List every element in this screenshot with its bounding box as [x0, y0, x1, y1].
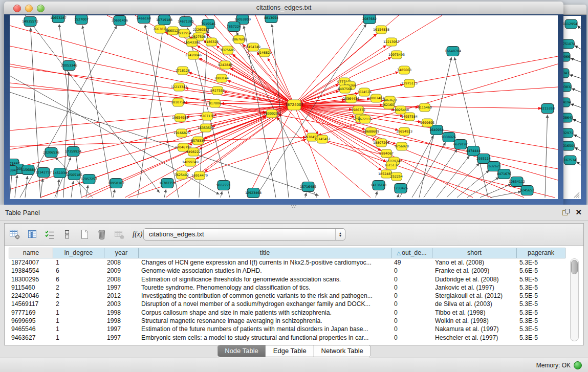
graph-node[interactable]: 12342757 — [35, 168, 52, 178]
graph-node[interactable]: 6679197 — [453, 140, 468, 149]
graph-node[interactable]: 1615132 — [384, 161, 399, 169]
graph-node[interactable]: 8267130 — [200, 112, 214, 120]
graph-node[interactable]: 8454749 — [246, 43, 260, 51]
graph-node[interactable]: 18807293 — [373, 139, 389, 147]
graph-node[interactable]: 10958107 — [108, 179, 124, 188]
graph-node[interactable]: 10719188 — [156, 15, 172, 25]
delete-table-icon[interactable] — [96, 228, 108, 240]
graph-node[interactable]: 1112954 — [563, 19, 577, 29]
table-row[interactable]: 977716911998Corpus callosum shape and si… — [9, 309, 565, 317]
column-header-name[interactable]: name — [9, 248, 53, 258]
graph-node[interactable]: 6497568 — [338, 85, 352, 93]
graph-node[interactable]: 20691406 — [112, 16, 128, 26]
table-row[interactable]: 1456911722003Disruption of a novel membe… — [9, 300, 565, 308]
graph-node[interactable]: 1167534 — [562, 156, 576, 165]
graph-node[interactable]: 14136141 — [371, 181, 387, 190]
graph-node[interactable]: 7986372 — [351, 106, 365, 114]
column-header-in_degree[interactable]: in_degree — [53, 248, 104, 258]
scrollbar-thumb[interactable] — [571, 260, 578, 274]
graph-node[interactable]: 12505185 — [66, 170, 82, 180]
show-columns-icon[interactable] — [26, 228, 38, 240]
table-row[interactable]: 1938455462009Genome-wide association stu… — [9, 267, 565, 275]
graph-node[interactable]: 9245652 — [520, 186, 534, 195]
graph-node[interactable]: 8427552 — [210, 86, 225, 95]
table-row[interactable]: 1872400712008Changes of HCN gene express… — [9, 258, 565, 267]
table-row[interactable]: 1830029562008Estimation of significance … — [9, 275, 565, 283]
graph-node[interactable]: 18724007 — [285, 100, 303, 110]
graph-node[interactable]: 15716485 — [300, 182, 316, 192]
graph-node[interactable]: 1810754 — [171, 98, 185, 106]
column-header-out_de[interactable]: △out_de... — [391, 248, 432, 258]
table-options-icon[interactable] — [9, 228, 21, 240]
graph-node[interactable]: 20053346 — [61, 61, 77, 71]
merge-tables-icon[interactable] — [61, 228, 73, 240]
graph-node[interactable]: 8813054 — [264, 15, 278, 23]
graph-node[interactable]: 9375685 — [221, 46, 235, 54]
graph-node[interactable]: 1156888 — [21, 165, 35, 175]
float-panel-icon[interactable] — [562, 209, 569, 215]
graph-node[interactable]: 252254 — [390, 172, 403, 181]
graph-node[interactable]: 12213957 — [383, 38, 400, 46]
graph-node[interactable]: 16914479 — [191, 171, 208, 180]
graph-node[interactable]: 14671385 — [178, 17, 194, 27]
graph-node[interactable]: 4672115 — [358, 115, 372, 123]
graph-node[interactable]: 16782759 — [159, 179, 176, 188]
graph-node[interactable]: 2803144 — [214, 74, 229, 82]
tab-edge-table[interactable]: Edge Table — [266, 345, 314, 357]
table-row[interactable]: 2242004622012Investigating the contribut… — [9, 292, 565, 300]
column-header-year[interactable]: year — [104, 248, 139, 258]
graph-node[interactable]: 8578334 — [191, 137, 205, 145]
graph-node[interactable]: 2718126 — [176, 67, 190, 75]
graph-node[interactable]: 9756928 — [395, 142, 409, 150]
table-row[interactable]: 911546021997Tourette syndrome. Phenomeno… — [9, 283, 565, 292]
graph-node[interactable]: 9242848 — [218, 61, 232, 69]
graph-node[interactable]: 19654923 — [396, 127, 412, 136]
graph-node[interactable]: 12975115 — [401, 79, 418, 87]
graph-node[interactable]: 3624574 — [357, 88, 372, 96]
column-header-title[interactable]: title — [139, 248, 391, 258]
graph-node[interactable]: 16648784 — [445, 47, 461, 56]
graph-node[interactable]: 817006 — [209, 99, 221, 107]
window-titlebar[interactable]: citations_edges.txt — [4, 2, 563, 15]
graph-node[interactable]: 8912954 — [177, 29, 191, 37]
graph-node[interactable]: 3913941 — [10, 166, 18, 176]
tab-network-table[interactable]: Network Table — [314, 345, 371, 357]
graph-node[interactable]: 2087682 — [362, 15, 377, 24]
graph-node[interactable]: 14935572 — [22, 17, 38, 27]
table-select-combobox[interactable]: citations_edges.txt ▲▼ — [143, 228, 345, 240]
new-table-icon[interactable] — [78, 228, 91, 240]
network-window[interactable]: citations_edges.txt 14935572106532871527… — [4, 2, 563, 205]
graph-node[interactable]: 9338926 — [442, 133, 456, 142]
graph-node[interactable]: 9884067 — [379, 149, 394, 158]
graph-node[interactable]: 9115460 — [418, 103, 432, 112]
graph-node[interactable]: 9146821 — [257, 49, 272, 57]
graph-node[interactable]: 9657771 — [216, 181, 231, 190]
table-row[interactable]: 969969511998Structural magnetic resonanc… — [9, 317, 565, 325]
graph-node[interactable]: 17359924 — [65, 147, 81, 157]
table-scrollbar[interactable] — [570, 258, 579, 341]
graph-node[interactable]: 7663822 — [153, 25, 167, 33]
column-header-pagerank[interactable]: pagerank — [517, 248, 565, 258]
graph-node[interactable]: 7485063 — [397, 66, 411, 74]
network-canvas[interactable]: 1493557210653287152700720691406646616010… — [10, 15, 558, 199]
graph-node[interactable]: 10653287 — [50, 15, 67, 23]
graph-node[interactable]: 2867608 — [232, 35, 246, 43]
graph-node[interactable]: 7625402 — [175, 171, 189, 179]
function-builder-icon[interactable]: f(x) — [133, 230, 142, 238]
row-selection-icon[interactable] — [43, 228, 56, 240]
graph-node[interactable]: 1527007 — [74, 15, 89, 25]
graph-node[interactable]: 9699695 — [420, 119, 434, 127]
graph-node[interactable]: 6466160 — [137, 15, 151, 24]
graph-node[interactable]: 8215358 — [540, 104, 555, 114]
resize-grip-icon[interactable] — [572, 190, 580, 198]
graph-node[interactable]: 7857224 — [227, 22, 241, 32]
graph-node[interactable]: 12213343 — [171, 83, 187, 91]
graph-node[interactable]: 16154838 — [373, 26, 389, 34]
graph-node[interactable]: 12923468 — [245, 188, 262, 198]
graph-node[interactable]: 20206536 — [43, 148, 59, 158]
graph-node[interactable]: 10654112 — [509, 177, 525, 187]
graph-node[interactable]: 8186328 — [204, 38, 219, 46]
graph-node[interactable]: 17957253 — [81, 174, 97, 184]
graph-node[interactable]: 1733426 — [394, 184, 408, 193]
column-header-short[interactable]: short — [432, 248, 517, 258]
